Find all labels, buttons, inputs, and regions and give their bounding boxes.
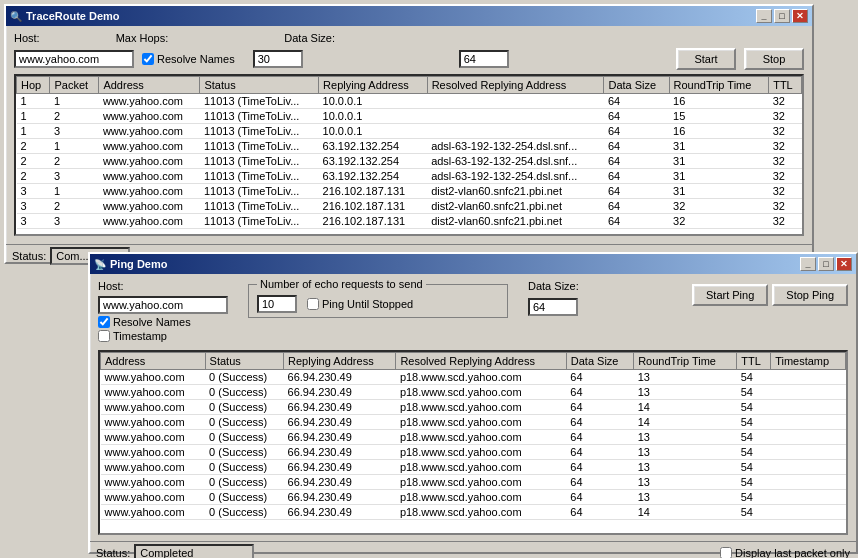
ping-datasize-input[interactable] <box>528 298 578 316</box>
traceroute-stop-btn[interactable]: Stop <box>744 48 804 70</box>
ping-status-label: Status: <box>96 547 130 558</box>
table-row: www.yahoo.com0 (Success)66.94.230.49p18.… <box>101 370 846 385</box>
table-row: 21www.yahoo.com11013 (TimeToLiv...63.192… <box>17 139 802 154</box>
traceroute-host-label: Host: <box>14 32 40 44</box>
traceroute-host-row: Host: Max Hops: Data Size: <box>14 32 804 44</box>
traceroute-title-bar: 🔍 TraceRoute Demo _ □ ✕ <box>6 6 812 26</box>
traceroute-icon: 🔍 <box>10 11 22 22</box>
ping-start-btn[interactable]: Start Ping <box>692 284 768 306</box>
ping-until-stopped-label: Ping Until Stopped <box>307 298 413 310</box>
table-row: 33www.yahoo.com11013 (TimeToLiv...216.10… <box>17 214 802 229</box>
ping-resolve-names-label: Resolve Names <box>98 316 191 328</box>
traceroute-inputs-row: Resolve Names Start Stop <box>14 48 804 70</box>
table-row: 22www.yahoo.com11013 (TimeToLiv...63.192… <box>17 154 802 169</box>
ping-host-input[interactable] <box>98 296 228 314</box>
ping-title: Ping Demo <box>110 258 167 270</box>
table-row: 23www.yahoo.com11013 (TimeToLiv...63.192… <box>17 169 802 184</box>
traceroute-col-hop: Hop <box>17 77 50 94</box>
traceroute-col-status: Status <box>200 77 319 94</box>
traceroute-col-ttl: TTL <box>769 77 802 94</box>
traceroute-maximize-btn[interactable]: □ <box>774 9 790 23</box>
table-row: www.yahoo.com0 (Success)66.94.230.49p18.… <box>101 385 846 400</box>
traceroute-col-packet: Packet <box>50 77 99 94</box>
ping-stop-btn[interactable]: Stop Ping <box>772 284 848 306</box>
traceroute-col-roundtrip: RoundTrip Time <box>669 77 769 94</box>
traceroute-host-input[interactable] <box>14 50 134 68</box>
ping-col-timestamp: Timestamp <box>771 353 846 370</box>
table-row: www.yahoo.com0 (Success)66.94.230.49p18.… <box>101 400 846 415</box>
table-row: 11www.yahoo.com11013 (TimeToLiv...10.0.0… <box>17 94 802 109</box>
ping-minimize-btn[interactable]: _ <box>800 257 816 271</box>
ping-maximize-btn[interactable]: □ <box>818 257 834 271</box>
ping-display-last-packet-checkbox[interactable] <box>720 547 732 558</box>
ping-table-container: Address Status Replying Address Resolved… <box>98 350 848 535</box>
ping-echo-count-input[interactable] <box>257 295 297 313</box>
traceroute-datasize-label: Data Size: <box>284 32 335 44</box>
table-row: www.yahoo.com0 (Success)66.94.230.49p18.… <box>101 460 846 475</box>
ping-col-resolved-replying-address: Resolved Replying Address <box>396 353 566 370</box>
traceroute-datasize-input[interactable] <box>459 50 509 68</box>
table-row: www.yahoo.com0 (Success)66.94.230.49p18.… <box>101 430 846 445</box>
ping-until-stopped-checkbox[interactable] <box>307 298 319 310</box>
ping-echo-group: Number of echo requests to send Ping Unt… <box>248 284 508 318</box>
traceroute-window: 🔍 TraceRoute Demo _ □ ✕ Host: Max Hops: … <box>4 4 814 264</box>
traceroute-resolve-names-label: Resolve Names <box>142 53 235 65</box>
ping-timestamp-label: Timestamp <box>98 330 167 342</box>
traceroute-resolve-names-checkbox[interactable] <box>142 53 154 65</box>
traceroute-table: Hop Packet Address Status Replying Addre… <box>16 76 802 229</box>
ping-host-input-row: Resolve Names Timestamp <box>98 296 228 342</box>
traceroute-col-address: Address <box>99 77 200 94</box>
ping-display-last-packet-label: Display last packet only <box>720 547 850 558</box>
ping-col-address: Address <box>101 353 206 370</box>
table-row: 31www.yahoo.com11013 (TimeToLiv...216.10… <box>17 184 802 199</box>
ping-timestamp-checkbox[interactable] <box>98 330 110 342</box>
traceroute-start-btn[interactable]: Start <box>676 48 736 70</box>
traceroute-maxhops-label: Max Hops: <box>116 32 169 44</box>
ping-title-bar: 📡 Ping Demo _ □ ✕ <box>90 254 856 274</box>
ping-table-body: www.yahoo.com0 (Success)66.94.230.49p18.… <box>101 370 846 520</box>
ping-col-replying-address: Replying Address <box>284 353 396 370</box>
ping-table-header-row: Address Status Replying Address Resolved… <box>101 353 846 370</box>
ping-datasize-row: Data Size: <box>528 280 579 292</box>
table-row: www.yahoo.com0 (Success)66.94.230.49p18.… <box>101 475 846 490</box>
ping-table: Address Status Replying Address Resolved… <box>100 352 846 520</box>
traceroute-close-btn[interactable]: ✕ <box>792 9 808 23</box>
traceroute-table-container: Hop Packet Address Status Replying Addre… <box>14 74 804 236</box>
table-row: www.yahoo.com0 (Success)66.94.230.49p18.… <box>101 415 846 430</box>
traceroute-minimize-btn[interactable]: _ <box>756 9 772 23</box>
table-row: 32www.yahoo.com11013 (TimeToLiv...216.10… <box>17 199 802 214</box>
traceroute-table-body: 11www.yahoo.com11013 (TimeToLiv...10.0.0… <box>17 94 802 229</box>
ping-resolve-names-checkbox[interactable] <box>98 316 110 328</box>
table-row: www.yahoo.com0 (Success)66.94.230.49p18.… <box>101 505 846 520</box>
ping-window: 📡 Ping Demo _ □ ✕ Host: Resolve Names <box>88 252 858 554</box>
ping-icon: 📡 <box>94 259 106 270</box>
ping-col-status: Status <box>205 353 283 370</box>
table-row: 12www.yahoo.com11013 (TimeToLiv...10.0.0… <box>17 109 802 124</box>
table-row: www.yahoo.com0 (Success)66.94.230.49p18.… <box>101 490 846 505</box>
ping-col-roundtrip: RoundTrip Time <box>634 353 737 370</box>
ping-col-data-size: Data Size <box>566 353 633 370</box>
ping-host-row: Host: <box>98 280 228 292</box>
table-row: www.yahoo.com0 (Success)66.94.230.49p18.… <box>101 445 846 460</box>
traceroute-table-header-row: Hop Packet Address Status Replying Addre… <box>17 77 802 94</box>
ping-host-label: Host: <box>98 280 124 292</box>
traceroute-col-data-size: Data Size <box>604 77 669 94</box>
traceroute-col-replying-address: Replying Address <box>319 77 428 94</box>
ping-close-btn[interactable]: ✕ <box>836 257 852 271</box>
traceroute-title: TraceRoute Demo <box>26 10 120 22</box>
traceroute-col-resolved-replying-address: Resolved Replying Address <box>427 77 604 94</box>
table-row: 13www.yahoo.com11013 (TimeToLiv...10.0.0… <box>17 124 802 139</box>
ping-echo-group-label: Number of echo requests to send <box>257 278 426 290</box>
ping-datasize-label: Data Size: <box>528 280 579 292</box>
traceroute-maxhops-input[interactable] <box>253 50 303 68</box>
ping-status-value: Completed <box>134 544 254 558</box>
ping-status-bar: Status: Completed Display last packet on… <box>90 541 856 558</box>
ping-col-ttl: TTL <box>737 353 771 370</box>
traceroute-status-label: Status: <box>12 250 46 262</box>
